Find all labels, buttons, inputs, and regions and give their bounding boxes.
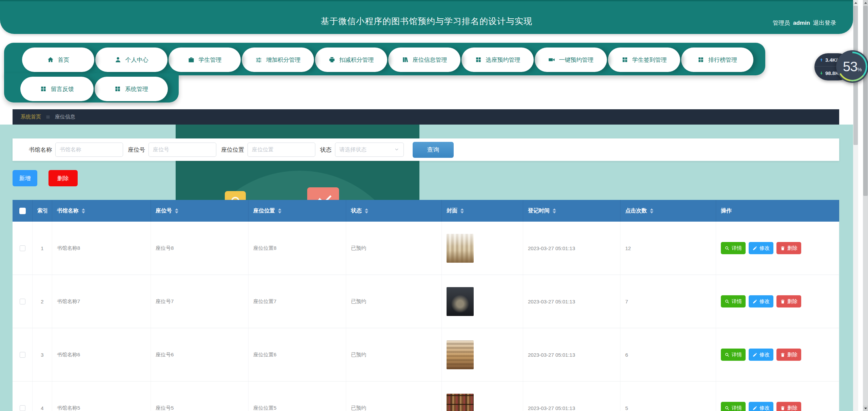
query-button[interactable]: 查询 xyxy=(413,142,454,158)
search-icon xyxy=(725,299,730,304)
cell-click-count: 12 xyxy=(620,222,716,275)
add-button[interactable]: 新增 xyxy=(13,170,37,186)
nav-tab[interactable]: 选座预约管理 xyxy=(461,48,534,72)
nav-tab-label: 一键预约管理 xyxy=(559,56,594,64)
table-header-row: 索引 书馆名称 座位号 座位位置 状态 封面 登记时间 点击次数 xyxy=(13,200,839,222)
column-header-label: 登记时间 xyxy=(528,207,550,214)
nav-tab[interactable]: 学生管理 xyxy=(169,48,241,72)
cell-seat-position: 座位位置5 xyxy=(249,381,346,411)
edit-button[interactable]: 修改 xyxy=(749,295,773,307)
scroll-up-icon[interactable] xyxy=(863,0,868,5)
column-header-label: 状态 xyxy=(351,207,362,214)
status-select[interactable]: 请选择状态 xyxy=(335,143,404,157)
nav-tab[interactable]: 系统管理 xyxy=(95,77,168,101)
edit-button[interactable]: 修改 xyxy=(749,402,773,411)
cell-library-name: 书馆名称7 xyxy=(52,275,151,328)
delete-button[interactable]: 删除 xyxy=(48,170,78,186)
cell-seat-no: 座位号6 xyxy=(151,328,249,381)
row-delete-button[interactable]: 删除 xyxy=(776,295,801,307)
breadcrumb-home[interactable]: 系统首页 xyxy=(21,114,41,120)
browser-scrollbar-thumb[interactable] xyxy=(863,6,868,196)
username: admin xyxy=(793,20,810,26)
column-header[interactable]: 状态 xyxy=(346,200,442,222)
edit-button[interactable]: 修改 xyxy=(749,349,773,361)
column-header[interactable]: 点击次数 xyxy=(620,200,716,222)
cell-index: 4 xyxy=(33,381,52,411)
column-header[interactable]: 书馆名称 xyxy=(52,200,151,222)
column-header[interactable]: 登记时间 xyxy=(523,200,620,222)
column-header[interactable]: 座位号 xyxy=(151,200,249,222)
nav-tab-label: 选座预约管理 xyxy=(486,56,520,64)
cell-index: 1 xyxy=(33,222,52,275)
nav-tab[interactable]: 学生签到管理 xyxy=(608,48,680,72)
column-header-label: 座位号 xyxy=(156,207,172,214)
row-checkbox[interactable] xyxy=(20,352,25,358)
logout-link[interactable]: 退出登录 xyxy=(813,19,836,27)
row-delete-button[interactable]: 删除 xyxy=(776,349,801,361)
row-delete-button[interactable]: 删除 xyxy=(776,402,801,411)
detail-button[interactable]: 详情 xyxy=(721,295,746,307)
cell-seat-no: 座位号8 xyxy=(151,222,249,275)
chevron-down-icon xyxy=(394,147,399,152)
nav-tab[interactable]: 留言反馈 xyxy=(20,77,94,101)
book-icon xyxy=(402,56,409,63)
grid-icon xyxy=(475,56,482,63)
detail-button[interactable]: 详情 xyxy=(721,402,746,411)
user-role-label: 管理员 xyxy=(773,19,790,27)
cover-image xyxy=(447,287,474,316)
sort-carets-icon[interactable] xyxy=(365,208,368,213)
cell-library-name: 书馆名称8 xyxy=(52,222,151,275)
printer-icon xyxy=(329,56,335,63)
sort-carets-icon[interactable] xyxy=(278,208,281,213)
cell-seat-position: 座位位置6 xyxy=(249,328,346,381)
nav-tab-label: 系统管理 xyxy=(125,85,148,93)
column-header[interactable]: 座位位置 xyxy=(249,200,346,222)
nav-tab[interactable]: 个人中心 xyxy=(95,48,167,72)
nav-tab-label: 学生签到管理 xyxy=(632,56,667,64)
sort-carets-icon[interactable] xyxy=(650,208,653,213)
nav-tab[interactable]: 排行榜管理 xyxy=(681,48,753,72)
grid-icon xyxy=(697,56,704,63)
nav-tab-label: 学生管理 xyxy=(199,56,222,64)
column-header[interactable]: 索引 xyxy=(33,200,52,222)
cell-click-count: 7 xyxy=(620,275,716,328)
seat-no-input[interactable] xyxy=(149,143,216,157)
cell-seat-no: 座位号7 xyxy=(151,275,249,328)
column-header[interactable]: 操作 xyxy=(716,200,839,222)
cover-image xyxy=(447,394,474,411)
row-checkbox[interactable] xyxy=(20,245,25,251)
sort-carets-icon[interactable] xyxy=(553,208,556,213)
edit-button[interactable]: 修改 xyxy=(749,242,773,254)
column-header[interactable]: 封面 xyxy=(442,200,523,222)
nav-tab[interactable]: 增加积分管理 xyxy=(242,48,314,72)
nav-tab[interactable]: 一键预约管理 xyxy=(535,48,607,72)
sort-carets-icon[interactable] xyxy=(460,208,464,213)
select-all-checkbox[interactable] xyxy=(19,208,26,214)
nav-tab[interactable]: 扣减积分管理 xyxy=(315,48,387,72)
nav-tab-label: 座位信息管理 xyxy=(413,56,447,64)
nav-tab[interactable]: 座位信息管理 xyxy=(388,48,460,72)
seat-position-input[interactable] xyxy=(248,143,315,157)
row-checkbox[interactable] xyxy=(20,299,25,304)
breadcrumb-current: 座位信息 xyxy=(55,114,75,120)
library-name-input[interactable] xyxy=(55,143,123,157)
cell-status: 已预约 xyxy=(346,328,442,381)
cell-register-time: 2023-03-27 05:01:13 xyxy=(523,275,620,328)
cell-status: 已预约 xyxy=(346,275,442,328)
sort-carets-icon[interactable] xyxy=(82,208,85,213)
scroll-down-icon[interactable] xyxy=(863,406,868,411)
row-checkbox[interactable] xyxy=(20,405,25,411)
nav-tab-label: 首页 xyxy=(58,56,70,64)
status-select-placeholder: 请选择状态 xyxy=(339,146,367,153)
row-delete-button[interactable]: 删除 xyxy=(776,242,801,254)
sort-carets-icon[interactable] xyxy=(175,208,178,213)
detail-button[interactable]: 详情 xyxy=(721,349,746,361)
cell-seat-position: 座位位置8 xyxy=(249,222,346,275)
nav-tab-label: 增加积分管理 xyxy=(266,56,301,64)
edit-icon xyxy=(752,246,757,251)
page-title: 基于微信小程序的图书馆预约与学习排名的设计与实现 xyxy=(321,16,532,27)
nav-tab-label: 留言反馈 xyxy=(51,85,74,93)
detail-button[interactable]: 详情 xyxy=(721,242,746,254)
scroll-up-icon[interactable] xyxy=(853,0,858,5)
nav-tab[interactable]: 首页 xyxy=(22,48,94,72)
